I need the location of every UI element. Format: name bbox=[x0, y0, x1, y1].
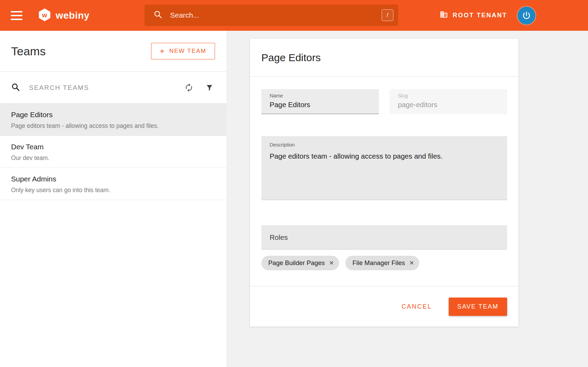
chip-remove-icon[interactable]: × bbox=[329, 259, 334, 267]
detail-area: Page Editors Name Page Editors Slug page… bbox=[226, 31, 588, 367]
user-avatar[interactable] bbox=[517, 7, 535, 25]
team-description: Only key users can go into this team. bbox=[11, 187, 215, 194]
roles-field-label: Roles bbox=[270, 233, 288, 242]
slug-field-label: Slug bbox=[390, 89, 507, 98]
global-search-input[interactable]: Search... / bbox=[144, 4, 398, 26]
menu-icon[interactable] bbox=[11, 11, 22, 20]
chip-label: File Manager Files bbox=[352, 259, 405, 267]
team-list-item-dev-team[interactable]: Dev Team Our dev team. bbox=[0, 136, 226, 168]
role-chip-file-manager-files: File Manager Files × bbox=[345, 256, 419, 270]
webiny-logo-icon: w bbox=[38, 8, 52, 23]
webiny-logo-text: webiny bbox=[56, 10, 90, 21]
save-team-button[interactable]: SAVE TEAM bbox=[449, 298, 507, 316]
team-list-item-page-editors[interactable]: Page Editors Page editors team - allowin… bbox=[0, 104, 226, 136]
slug-field-value: page-editors bbox=[390, 98, 507, 114]
power-icon bbox=[521, 10, 532, 21]
refresh-icon bbox=[184, 83, 194, 92]
search-teams-input[interactable]: SEARCH TEAMS bbox=[0, 72, 226, 104]
team-list: Page Editors Page editors team - allowin… bbox=[0, 104, 226, 200]
team-form-title: Page Editors bbox=[261, 52, 321, 64]
new-team-button-label: NEW TEAM bbox=[169, 48, 206, 55]
description-field-value: Page editors team - allowing access to p… bbox=[261, 148, 507, 165]
team-form-card: Page Editors Name Page Editors Slug page… bbox=[250, 39, 519, 327]
team-name: Dev Team bbox=[11, 143, 215, 151]
refresh-button[interactable] bbox=[184, 83, 194, 92]
search-icon bbox=[11, 83, 20, 93]
name-field[interactable]: Name Page Editors bbox=[261, 89, 379, 114]
role-chip-page-builder-pages: Page Builder Pages × bbox=[261, 256, 339, 270]
team-description: Our dev team. bbox=[11, 154, 215, 162]
search-teams-placeholder: SEARCH TEAMS bbox=[29, 84, 172, 92]
roles-field[interactable]: Roles bbox=[261, 225, 507, 250]
description-field-label: Description bbox=[261, 136, 507, 148]
team-description: Page editors team - allowing access to p… bbox=[11, 122, 215, 130]
cancel-button[interactable]: CANCEL bbox=[402, 303, 432, 310]
name-field-value: Page Editors bbox=[261, 98, 379, 114]
tenant-selector[interactable]: ROOT TENANT bbox=[440, 10, 507, 20]
filter-button[interactable] bbox=[205, 84, 214, 92]
webiny-logo: w webiny bbox=[38, 8, 90, 23]
tenant-building-icon bbox=[440, 10, 448, 20]
filter-icon bbox=[205, 84, 214, 92]
page-title: Teams bbox=[11, 45, 46, 58]
new-team-button[interactable]: + NEW TEAM bbox=[151, 43, 215, 59]
global-search-placeholder: Search... bbox=[170, 11, 199, 19]
name-field-label: Name bbox=[261, 89, 379, 98]
team-name: Page Editors bbox=[11, 111, 215, 119]
app-header: w webiny Search... / ROOT TENANT bbox=[0, 0, 588, 31]
slug-field: Slug page-editors bbox=[390, 89, 507, 114]
search-shortcut-hint: / bbox=[382, 9, 393, 21]
team-name: Super Admins bbox=[11, 175, 215, 183]
chip-label: Page Builder Pages bbox=[268, 259, 325, 267]
team-list-item-super-admins[interactable]: Super Admins Only key users can go into … bbox=[0, 168, 226, 200]
search-icon bbox=[153, 10, 162, 20]
roles-chips: Page Builder Pages × File Manager Files … bbox=[261, 256, 507, 270]
teams-panel: Teams + NEW TEAM SEARCH TEAMS bbox=[0, 31, 226, 367]
description-field[interactable]: Description Page editors team - allowing… bbox=[261, 136, 507, 200]
chip-remove-icon[interactable]: × bbox=[410, 259, 414, 267]
svg-text:w: w bbox=[42, 11, 47, 19]
plus-icon: + bbox=[160, 48, 165, 54]
tenant-label: ROOT TENANT bbox=[453, 12, 507, 19]
